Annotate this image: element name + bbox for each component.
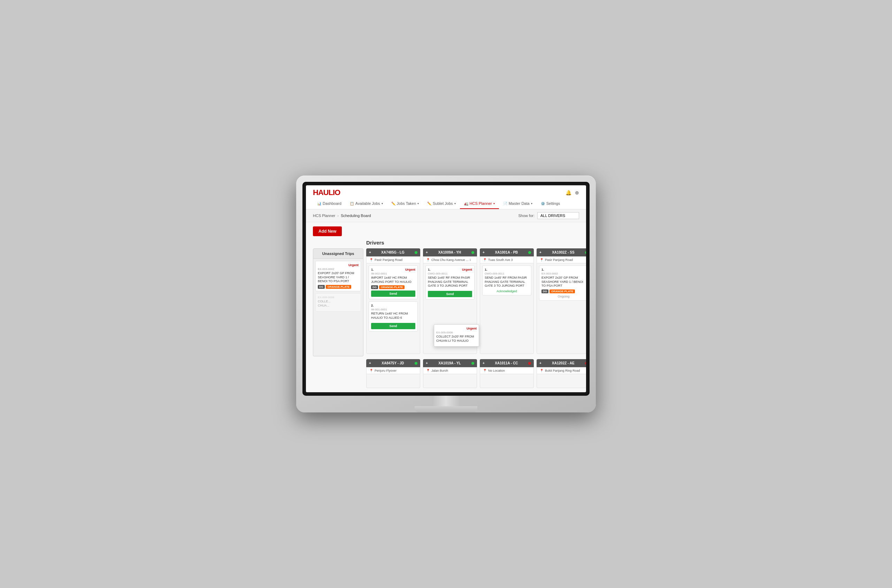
trip-number-pb: 1. — [485, 268, 529, 272]
driver-id-xa1001a: XA1001A - PB — [495, 250, 518, 254]
location-info-icon: ℹ — [470, 258, 471, 262]
location-icon-2: 📍 — [426, 258, 430, 262]
trip-id-ss: EX-003-0002 — [542, 272, 586, 275]
trip-desc-2: COLLE...CHUA... — [318, 300, 359, 308]
location-text-6: Jalan Buroh — [431, 369, 448, 372]
unassigned-column: Unassigned Trips Urgent EX-003-0002 EXPO… — [313, 248, 363, 356]
breadcrumb-parent[interactable]: HCS Planner — [313, 213, 335, 218]
driver-location-xa1009a: 📍 Choa Chu Kang Avenue ... ℹ — [423, 256, 477, 263]
trip-number-ss: 1. — [542, 268, 586, 272]
driver-location-xa1002z: 📍 Pasir Panjang Road — [537, 256, 586, 263]
nav-dashboard[interactable]: 📊 Dashboard — [313, 198, 345, 209]
add-new-button[interactable]: Add New — [313, 226, 342, 236]
send-button-2[interactable]: Send — [371, 323, 415, 329]
tag-dg: DG — [318, 285, 325, 289]
driver-plus-icon-3: + — [483, 250, 485, 254]
driver-id-xa1002z: XA1002Z - SS — [552, 250, 574, 254]
driver-trip-2[interactable]: 2. IM-001-0001 RETURN 1x40' HC FROM HAUL… — [369, 302, 418, 331]
driver-trip-1[interactable]: 1. Urgent IM-002-0001 IMPORT 1x40' HC FR… — [369, 266, 418, 299]
driver-header-xa1011a: + XA1011A - CC — [480, 359, 534, 367]
drag-id: EX-009-0008 — [436, 331, 477, 334]
sublet-jobs-caret: ▾ — [454, 202, 456, 205]
driver-col-xa1001a: + XA1001A - PB 📍 Tuas South Ave 3 1. — [480, 248, 534, 356]
monitor-screen: HAULIO 🔔 ⊕ 📊 Dashboard 📋 Available Jobs — [306, 185, 586, 392]
tag-orange-ss: ORANGE-PLATE — [550, 290, 575, 293]
available-jobs-icon: 📋 — [350, 202, 354, 206]
status-ongoing: Ongoing — [542, 295, 586, 298]
driver-body-xa1011a — [480, 374, 534, 388]
unassigned-trip-1[interactable]: Urgent EX-003-0002 EXPORT 2x20' GP FROM … — [315, 261, 361, 291]
trip-desc-yh: SEND 1x45' RF FROM PASIR PANJANG GATE TE… — [428, 276, 472, 288]
app-header: HAULIO 🔔 ⊕ 📊 Dashboard 📋 Available Jobs — [306, 185, 586, 209]
trip-desc: IMPORT 1x40' HC FROM JURONG PORT TO HAUL… — [371, 276, 415, 284]
driver-status-dot-8 — [585, 362, 586, 365]
driver-plus-icon-6: + — [426, 361, 428, 365]
location-icon-3: 📍 — [483, 258, 487, 262]
driver-trip-yh-1[interactable]: 1. Urgent OWO-009-0011 SEND 1x45' RF FRO… — [425, 266, 475, 300]
driver-status-dot-3 — [528, 251, 531, 254]
tag-orange-plate: ORANGE-PLATE — [326, 285, 351, 289]
nav-sublet-jobs[interactable]: ✏️ Sublet Jobs ▾ — [423, 198, 460, 209]
trip-desc: EXPORT 2x20' GP FROM SEASHORE YARD 1 / B… — [318, 272, 359, 284]
tag-dg-ss: DG — [542, 290, 548, 293]
trip-id-yh: OWO-009-0011 — [428, 272, 472, 275]
driver-col-xa1019a: + XA1019A - YL 📍 Jalan Buroh — [423, 359, 477, 388]
trip-number: 1. — [371, 268, 374, 272]
jobs-taken-caret: ▾ — [417, 202, 419, 205]
nav-jobs-taken[interactable]: ✏️ Jobs Taken ▾ — [387, 198, 423, 209]
board-wrapper: Unassigned Trips Urgent EX-003-0002 EXPO… — [313, 248, 579, 388]
trip-tags: DG ORANGE-PLATE — [318, 285, 359, 289]
trip-urgent: Urgent — [405, 268, 415, 272]
unassigned-trip-2[interactable]: EX-009-0008 COLLE...CHUA... — [315, 293, 361, 311]
send-button-yh[interactable]: Send — [428, 291, 472, 297]
master-data-caret: ▾ — [531, 202, 532, 205]
drivers-title: Drivers — [366, 240, 579, 246]
status-acknowledged: Acknowledged — [485, 290, 529, 293]
send-button[interactable]: Send — [371, 291, 415, 297]
driver-trip-pb-1[interactable]: 1. OWO-009-0011 SEND 1x45' RF FROM PASIR… — [482, 266, 532, 296]
drag-desc: COLLECT 2x20' RF FROM CHUAN LI TO HAULIO — [436, 335, 477, 343]
location-icon: 📍 — [369, 258, 373, 262]
master-data-icon: 📄 — [503, 202, 507, 206]
nav-settings[interactable]: ⚙️ Settings — [537, 198, 565, 209]
driver-header-xa1009a: + XA1009A - YH — [423, 248, 477, 256]
trip-urgent-yh: Urgent — [462, 268, 472, 272]
driver-id-xa1009a: XA1009A - YH — [438, 250, 461, 254]
driver-trip-ss-1[interactable]: 1. EX-003-0002 EXPORT 2x20' GP FROM SEAS… — [539, 266, 586, 301]
drag-urgent: Urgent — [436, 327, 477, 330]
driver-col-xa1002z: + XA1002Z - SS 📍 Pasir Panjang Road 1. — [537, 248, 586, 356]
driver-id-xa7485g: XA7485G - LG — [381, 250, 404, 254]
nav-master-data[interactable]: 📄 Master Data ▾ — [499, 198, 537, 209]
driver-status-dot-green — [414, 251, 417, 254]
driver-body-xa1202z — [537, 374, 586, 388]
driver-status-dot-5 — [414, 362, 417, 365]
notification-icon[interactable]: 🔔 — [566, 190, 571, 195]
header-icons: 🔔 ⊕ — [566, 190, 579, 195]
trip-tags: DG ORANGE-PLATE — [371, 285, 415, 289]
show-for-select[interactable]: ALL DRIVERS — [537, 212, 579, 219]
driver-header-xa1202z: + XA1202Z - AE — [537, 359, 586, 367]
nav-hcs-planner[interactable]: 🚛 HCS Planner ▾ — [460, 198, 499, 209]
nav-available-jobs[interactable]: 📋 Available Jobs ▾ — [345, 198, 387, 209]
unassigned-spacer — [313, 359, 363, 388]
tag-dg: DG — [371, 285, 378, 289]
driver-plus-icon: + — [369, 250, 371, 254]
location-text: Pasir Panjang Road — [375, 258, 402, 262]
driver-location-xa1001a: 📍 Tuas South Ave 3 — [480, 256, 534, 263]
driver-col-xa1011a: + XA1011A - CC 📍 No Location — [480, 359, 534, 388]
nav-bar: 📊 Dashboard 📋 Available Jobs ▾ ✏️ Jobs T… — [313, 198, 579, 209]
driver-id-xa1011a: XA1011A - CC — [495, 361, 518, 365]
app-logo: HAULIO — [313, 188, 340, 197]
drag-overlay-card[interactable]: Urgent EX-009-0008 COLLECT 2x20' RF FROM… — [434, 324, 479, 346]
breadcrumb-current: Scheduling Board — [341, 213, 371, 218]
location-icon-5: 📍 — [369, 369, 373, 372]
driver-col-xa1202z: + XA1202Z - AE 📍 Bukit Panjang Ring Road — [537, 359, 586, 388]
unassigned-body: Urgent EX-003-0002 EXPORT 2x20' GP FROM … — [313, 259, 363, 356]
settings-icon[interactable]: ⊕ — [575, 190, 579, 195]
driver-location-xa1011a: 📍 No Location — [480, 367, 534, 374]
trip-number-yh: 1. — [428, 268, 431, 272]
jobs-taken-icon: ✏️ — [391, 202, 395, 206]
driver-status-dot-6 — [472, 362, 474, 365]
driver-location-xa1019a: 📍 Jalan Buroh — [423, 367, 477, 374]
location-text-8: Bukit Panjang Ring Road — [545, 369, 580, 372]
